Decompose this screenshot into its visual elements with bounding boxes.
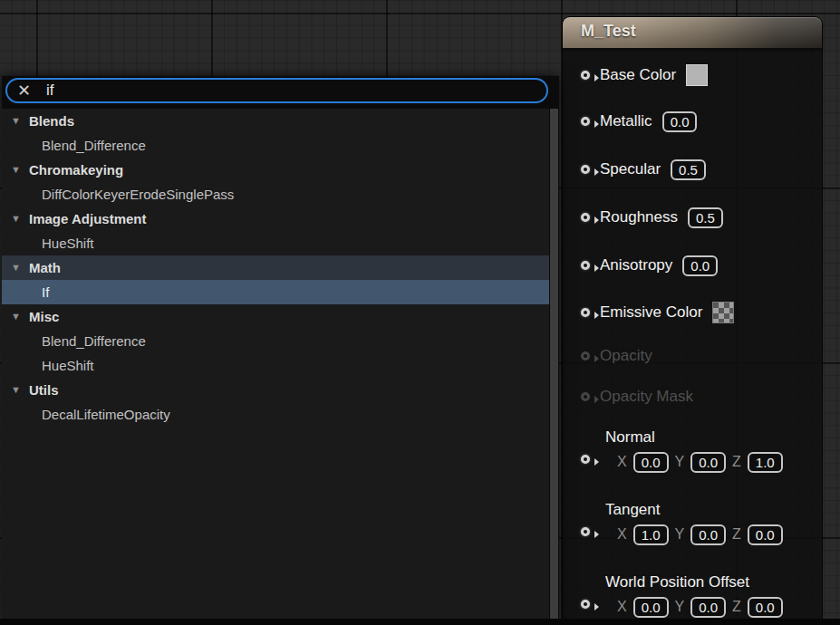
value-box: 0.0: [690, 597, 726, 618]
output-pin-icon[interactable]: [581, 527, 590, 536]
pin-base-color: Base Color: [581, 62, 816, 89]
pin-label: Normal: [605, 427, 816, 448]
material-result-node[interactable]: M_Test Base ColorMetallic0.0Specular0.5R…: [562, 16, 823, 625]
axis-label: Y: [675, 599, 685, 615]
value-box: 0.0: [748, 524, 783, 545]
search-results-list: ▼BlendsBlend_Difference▼ChromakeyingDiff…: [2, 109, 549, 620]
scrollbar[interactable]: [549, 109, 559, 620]
value-box: 0.0: [690, 452, 726, 473]
category-label: Math: [29, 260, 61, 275]
color-swatch: [686, 64, 708, 86]
pin-label: Anisotropy: [600, 256, 672, 274]
category-chromakeying[interactable]: ▼Chromakeying: [2, 158, 549, 182]
pin-roughness: Roughness0.5: [581, 204, 816, 231]
pin-emissive-color: Emissive Color: [581, 299, 816, 326]
output-pin-icon[interactable]: [581, 213, 590, 222]
pin-label: Specular: [600, 160, 661, 178]
value-box: 0.0: [633, 597, 669, 618]
output-pin-icon[interactable]: [581, 261, 590, 270]
chevron-down-icon: ▼: [11, 312, 22, 322]
chevron-down-icon: ▼: [11, 165, 22, 175]
graph-canvas[interactable]: M_Test Base ColorMetallic0.0Specular0.5R…: [0, 0, 840, 625]
axis-label: X: [617, 526, 627, 543]
value-box: 0.0: [633, 452, 669, 473]
pin-label: Roughness: [600, 208, 678, 226]
pin-label: Emissive Color: [600, 303, 702, 322]
pin-specular: Specular0.5: [581, 156, 816, 183]
value-box: 0.5: [671, 159, 706, 180]
pin-label: Opacity Mask: [600, 388, 693, 406]
axis-label: X: [617, 454, 627, 470]
chevron-down-icon: ▼: [11, 263, 22, 273]
value-box: 0.0: [690, 524, 726, 545]
node-title: M_Test: [581, 22, 636, 41]
pin-tangent: TangentX1.0Y0.0Z0.0: [581, 499, 816, 548]
list-item-hueshift[interactable]: HueShift: [2, 231, 549, 255]
category-misc[interactable]: ▼Misc: [2, 304, 549, 329]
list-item-blend-difference[interactable]: Blend_Difference: [2, 329, 549, 353]
list-item-label: DiffColorKeyerErodeSinglePass: [42, 187, 234, 202]
output-pin-icon[interactable]: [581, 165, 590, 174]
category-image-adjustment[interactable]: ▼Image Adjustment: [2, 207, 549, 231]
list-item-label: DecalLifetimeOpacity: [42, 407, 170, 422]
pin-label: Opacity: [600, 347, 652, 365]
vector-values: X1.0Y0.0Z0.0: [617, 521, 816, 548]
pin-opacity-mask: Opacity Mask: [581, 383, 816, 410]
category-label: Blends: [29, 113, 74, 129]
output-pin-icon[interactable]: [581, 600, 590, 609]
category-label: Utils: [29, 382, 59, 398]
list-item-diffcolorkeyererodesinglepass[interactable]: DiffColorKeyerErodeSinglePass: [2, 182, 549, 207]
list-item-hueshift[interactable]: HueShift: [2, 353, 549, 378]
output-pin-icon[interactable]: [581, 308, 590, 317]
list-item-decallifetimeopacity[interactable]: DecalLifetimeOpacity: [2, 402, 549, 427]
pin-metallic: Metallic0.0: [581, 108, 816, 135]
output-pin-icon[interactable]: [581, 351, 590, 361]
output-pin-icon[interactable]: [581, 117, 590, 126]
axis-label: Y: [675, 526, 685, 543]
category-label: Chromakeying: [29, 162, 123, 178]
axis-label: X: [617, 599, 627, 615]
value-box: 0.5: [688, 207, 723, 228]
checker-swatch: [712, 302, 734, 323]
pin-opacity: Opacity: [581, 342, 816, 370]
output-pin-icon[interactable]: [581, 392, 590, 401]
list-item-blend-difference[interactable]: Blend_Difference: [2, 133, 549, 158]
chevron-down-icon: ▼: [11, 214, 22, 224]
output-pin-icon[interactable]: [581, 455, 590, 464]
pin-label: World Position Offset: [605, 572, 816, 593]
output-pin-icon[interactable]: [581, 71, 590, 80]
chevron-down-icon: ▼: [11, 385, 22, 395]
list-item-if[interactable]: If: [2, 280, 549, 304]
category-label: Image Adjustment: [29, 211, 146, 226]
axis-label: Y: [675, 454, 685, 470]
value-box: 1.0: [633, 524, 669, 545]
value-box: 0.0: [682, 255, 718, 276]
list-item-label: Blend_Difference: [42, 138, 146, 153]
close-icon[interactable]: ✕: [17, 82, 31, 99]
pin-anisotropy: Anisotropy0.0: [581, 252, 816, 279]
category-math[interactable]: ▼Math: [2, 255, 549, 280]
pin-label: Metallic: [600, 112, 652, 130]
chevron-down-icon: ▼: [11, 116, 22, 126]
viewport-bottom-edge: [0, 619, 840, 625]
category-utils[interactable]: ▼Utils: [2, 378, 549, 402]
axis-label: Z: [732, 526, 741, 543]
list-item-label: If: [42, 284, 49, 300]
axis-label: Z: [732, 599, 741, 615]
pin-label: Base Color: [600, 66, 676, 84]
pin-world-position-offset: World Position OffsetX0.0Y0.0Z0.0: [581, 572, 816, 620]
node-header[interactable]: M_Test: [563, 17, 822, 48]
category-label: Misc: [29, 309, 59, 324]
vector-values: X0.0Y0.0Z0.0: [617, 593, 816, 620]
value-box: 0.0: [748, 597, 783, 618]
category-blends[interactable]: ▼Blends: [2, 109, 549, 133]
search-field[interactable]: ✕: [5, 78, 548, 103]
value-box: 0.0: [662, 111, 698, 132]
vector-values: X0.0Y0.0Z1.0: [617, 448, 816, 476]
pin-label: Tangent: [605, 499, 816, 521]
list-item-label: HueShift: [42, 236, 94, 251]
axis-label: Z: [732, 454, 741, 470]
list-item-label: HueShift: [42, 358, 94, 373]
list-item-label: Blend_Difference: [42, 333, 146, 349]
search-input[interactable]: [46, 82, 517, 100]
